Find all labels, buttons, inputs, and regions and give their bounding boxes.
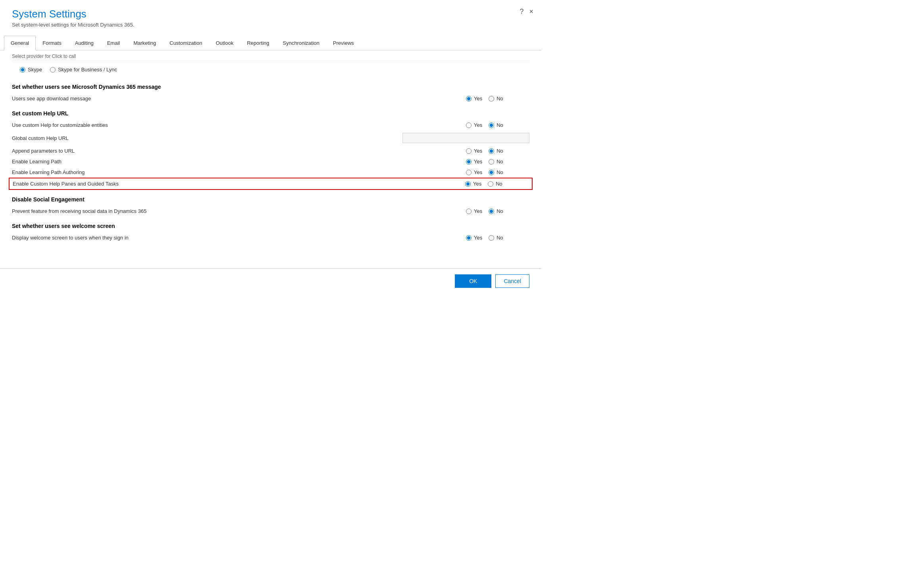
no-option-app_download[interactable]: No [489,96,503,101]
input-global_help_url[interactable] [403,133,529,143]
ok-button[interactable]: OK [455,274,491,288]
no-label-custom_help_panes: No [496,181,502,187]
no-label-learning_path: No [497,159,503,165]
help-button[interactable]: ? [520,8,523,15]
yes-radio-learning_path_authoring[interactable] [466,170,472,175]
skype-label: Skype [28,67,42,73]
setting-row-custom_help_panes: Enable Custom Help Panes and Guided Task… [9,178,533,190]
section-title-ms_message: Set whether users see Microsoft Dynamics… [12,84,529,90]
yes-option-use_custom_help[interactable]: Yes [466,122,482,128]
no-option-learning_path_authoring[interactable]: No [489,169,503,175]
dialog-title: System Settings [12,8,529,20]
setting-label-global_help_url: Global custom Help URL [12,135,403,141]
controls-prevent_social: YesNo [466,208,529,214]
yes-option-append_params[interactable]: Yes [466,148,482,154]
yes-radio-prevent_social[interactable] [466,209,472,214]
no-radio-learning_path_authoring[interactable] [489,170,494,175]
tab-email[interactable]: Email [100,36,127,50]
no-radio-display_welcome[interactable] [489,235,494,241]
scroll-hint: Select provider for Click to call [12,50,529,61]
click-to-call-options: Skype Skype for Business / Lync [12,63,529,77]
no-option-display_welcome[interactable]: No [489,235,503,241]
no-label-prevent_social: No [497,208,503,214]
no-label-use_custom_help: No [497,122,503,128]
controls-app_download: YesNo [466,96,529,101]
section-ms_message: Set whether users see Microsoft Dynamics… [12,84,529,104]
no-option-prevent_social[interactable]: No [489,208,503,214]
yes-radio-append_params[interactable] [466,148,472,154]
no-radio-use_custom_help[interactable] [489,123,494,128]
sections-container: Set whether users see Microsoft Dynamics… [12,84,529,243]
section-title-welcome_screen: Set whether users see welcome screen [12,223,529,229]
setting-label-prevent_social: Prevent feature from receiving social da… [12,208,466,214]
yes-label-app_download: Yes [474,96,482,101]
skype-option[interactable]: Skype [20,67,42,73]
controls-custom_help_panes: YesNo [465,181,529,187]
no-option-learning_path[interactable]: No [489,159,503,165]
no-option-custom_help_panes[interactable]: No [488,181,502,187]
no-option-append_params[interactable]: No [489,148,503,154]
yes-label-learning_path: Yes [474,159,482,165]
yes-radio-use_custom_help[interactable] [466,123,472,128]
setting-label-append_params: Append parameters to URL [12,148,466,154]
skype-radio[interactable] [20,67,25,73]
yes-option-display_welcome[interactable]: Yes [466,235,482,241]
skype-business-radio[interactable] [50,67,56,73]
no-option-use_custom_help[interactable]: No [489,122,503,128]
controls-use_custom_help: YesNo [466,122,529,128]
tab-formats[interactable]: Formats [36,36,68,50]
no-radio-learning_path[interactable] [489,159,494,165]
controls-display_welcome: YesNo [466,235,529,241]
tab-reporting[interactable]: Reporting [240,36,276,50]
close-button[interactable]: × [529,8,533,15]
setting-row-use_custom_help: Use custom Help for customizable entitie… [12,120,529,130]
content-area: Select provider for Click to call Skype … [0,50,541,268]
yes-label-learning_path_authoring: Yes [474,169,482,175]
yes-option-learning_path[interactable]: Yes [466,159,482,165]
tab-outlook[interactable]: Outlook [209,36,240,50]
dialog-controls: ? × [520,8,533,15]
yes-radio-learning_path[interactable] [466,159,472,165]
no-radio-app_download[interactable] [489,96,494,101]
setting-row-learning_path: Enable Learning PathYesNo [12,156,529,167]
setting-row-learning_path_authoring: Enable Learning Path AuthoringYesNo [12,167,529,178]
section-custom_help: Set custom Help URLUse custom Help for c… [12,110,529,190]
no-radio-prevent_social[interactable] [489,209,494,214]
yes-label-custom_help_panes: Yes [473,181,481,187]
setting-label-learning_path: Enable Learning Path [12,159,466,165]
setting-row-append_params: Append parameters to URLYesNo [12,146,529,156]
yes-option-prevent_social[interactable]: Yes [466,208,482,214]
no-radio-custom_help_panes[interactable] [488,181,493,187]
yes-radio-app_download[interactable] [466,96,472,101]
setting-label-app_download: Users see app download message [12,96,466,101]
controls-learning_path_authoring: YesNo [466,169,529,175]
tab-auditing[interactable]: Auditing [68,36,100,50]
yes-option-custom_help_panes[interactable]: Yes [465,181,481,187]
setting-label-learning_path_authoring: Enable Learning Path Authoring [12,169,466,175]
yes-radio-display_welcome[interactable] [466,235,472,241]
controls-append_params: YesNo [466,148,529,154]
section-title-social_engagement: Disable Social Engagement [12,196,529,203]
yes-option-app_download[interactable]: Yes [466,96,482,101]
tab-synchronization[interactable]: Synchronization [276,36,326,50]
tab-marketing[interactable]: Marketing [127,36,163,50]
yes-option-learning_path_authoring[interactable]: Yes [466,169,482,175]
yes-label-display_welcome: Yes [474,235,482,241]
no-radio-append_params[interactable] [489,148,494,154]
section-welcome_screen: Set whether users see welcome screenDisp… [12,223,529,243]
setting-row-display_welcome: Display welcome screen to users when the… [12,232,529,243]
section-title-custom_help: Set custom Help URL [12,110,529,117]
dialog-footer: OK Cancel [0,268,541,293]
cancel-button[interactable]: Cancel [495,274,529,288]
no-label-append_params: No [497,148,503,154]
tab-general[interactable]: General [4,36,36,50]
section-social_engagement: Disable Social EngagementPrevent feature… [12,196,529,216]
tab-previews[interactable]: Previews [326,36,361,50]
yes-label-prevent_social: Yes [474,208,482,214]
setting-row-prevent_social: Prevent feature from receiving social da… [12,206,529,216]
yes-radio-custom_help_panes[interactable] [465,181,471,187]
tab-customization[interactable]: Customization [163,36,209,50]
setting-row-app_download: Users see app download messageYesNo [12,93,529,104]
skype-business-option[interactable]: Skype for Business / Lync [50,67,117,73]
dialog-header: System Settings Set system-level setting… [0,0,541,32]
